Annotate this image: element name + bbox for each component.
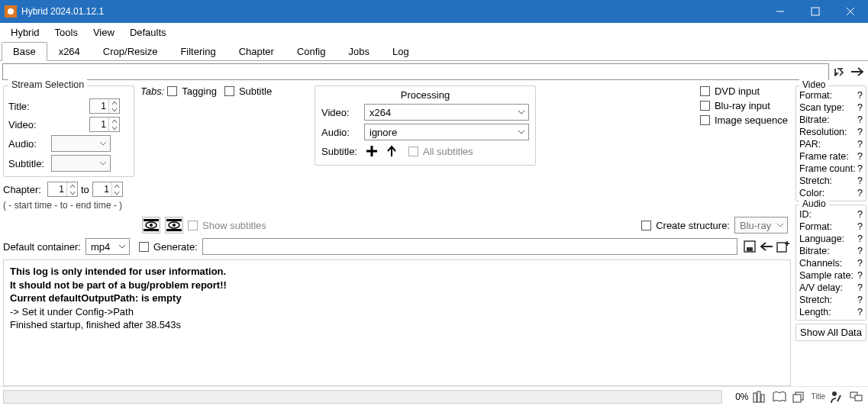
window-title: Hybrid 2024.01.12.1 <box>21 6 104 17</box>
status-screens-icon[interactable] <box>848 389 865 404</box>
generate-path-input[interactable] <box>202 238 737 255</box>
video-info-legend: Video <box>799 79 828 90</box>
info-row: Bitrate:? <box>799 114 863 126</box>
svg-rect-11 <box>166 229 182 231</box>
menu-tools[interactable]: Tools <box>47 25 86 40</box>
info-row: Format:? <box>799 89 863 102</box>
audio-info-group: Audio ID:? Format:? Language:? Bitrate:?… <box>795 205 866 321</box>
info-row: Stretch:? <box>799 175 863 187</box>
all-subtitles-checkbox[interactable]: All subtitles <box>408 146 473 157</box>
svg-rect-10 <box>166 219 182 221</box>
log-pane: This log is only intended for user infor… <box>3 259 791 386</box>
info-row: Language:? <box>799 233 863 245</box>
svg-point-22 <box>832 392 837 396</box>
proc-audio-label: Audio: <box>321 127 360 138</box>
status-title-icon[interactable]: Title <box>811 389 825 404</box>
info-row: Format:? <box>799 221 863 233</box>
dvd-input-checkbox[interactable]: DVD input <box>700 85 788 97</box>
log-line: This log is only intended for user infor… <box>10 265 784 279</box>
proc-video-select[interactable]: x264 <box>364 104 529 121</box>
title-spin[interactable]: 1 <box>89 98 120 114</box>
tagging-checkbox[interactable]: Tagging <box>167 85 217 97</box>
chapter-label: Chapter: <box>3 184 44 195</box>
default-container-select[interactable]: mp4 <box>86 238 130 255</box>
menu-hybrid[interactable]: Hybrid <box>3 25 47 40</box>
svg-rect-21 <box>793 395 801 402</box>
stream-selection-legend: Stream Selection <box>8 79 87 90</box>
show-subtitles-checkbox[interactable]: Show subtitles <box>188 220 266 231</box>
up-arrow-icon[interactable] <box>384 143 399 159</box>
tab-cropresize[interactable]: Crop/Resize <box>92 42 169 61</box>
image-sequence-checkbox[interactable]: Image sequence <box>700 114 788 126</box>
info-row: Sample rate:? <box>799 269 863 282</box>
menu-defaults[interactable]: Defaults <box>122 25 174 40</box>
subtitle-tab-checkbox[interactable]: Subtitle <box>224 85 272 97</box>
status-person-icon[interactable] <box>828 389 845 404</box>
bluray-input-checkbox[interactable]: Blu-ray input <box>700 100 788 111</box>
tab-x264[interactable]: x264 <box>47 42 92 61</box>
tab-chapter[interactable]: Chapter <box>227 42 286 61</box>
window-minimize-button[interactable] <box>763 0 798 23</box>
audio-info-legend: Audio <box>799 198 829 209</box>
info-row: Frame count:? <box>799 163 863 175</box>
video-spin[interactable]: 1 <box>89 117 120 132</box>
progress-percent: 0% <box>725 392 748 402</box>
processing-group: Processing Video: x264 Audio: ignore <box>315 85 536 166</box>
show-all-data-button[interactable]: Show All Data <box>795 324 866 341</box>
svg-rect-6 <box>144 219 159 221</box>
chapter-to-label: to <box>81 184 89 195</box>
stream-selection-group: Stream Selection Title: 1 Video: 1 <box>3 85 134 211</box>
add-subtitle-button[interactable] <box>364 143 379 159</box>
status-books-icon[interactable] <box>751 389 768 404</box>
svg-rect-18 <box>757 392 760 402</box>
tab-log[interactable]: Log <box>381 42 421 61</box>
arrow-left-icon[interactable] <box>759 238 774 255</box>
info-row: Stretch:? <box>799 294 863 306</box>
input-type-checks: DVD input Blu-ray input Image sequence <box>700 85 788 126</box>
log-line: -> Set it under Config->Path <box>10 305 784 319</box>
chapter-to-spin[interactable]: 1 <box>92 182 123 197</box>
log-line: Current defaultOutputPath: is empty <box>10 292 784 305</box>
create-structure-select[interactable]: Blu-ray <box>734 217 788 234</box>
info-row: Color:? <box>799 187 863 199</box>
save-icon[interactable] <box>742 238 757 255</box>
arrow-right-icon[interactable] <box>849 63 866 80</box>
info-row: A/V delay:? <box>799 282 863 294</box>
window-titlebar: Hybrid 2024.01.12.1 <box>0 0 868 23</box>
add-to-queue-icon[interactable] <box>776 238 791 255</box>
audio-label: Audio: <box>8 138 51 150</box>
log-line: Finished startup, finished after 38.543s <box>10 318 784 332</box>
tab-filtering[interactable]: Filtering <box>169 42 227 61</box>
status-stack-icon[interactable] <box>791 389 808 404</box>
subtabs-row: Tabs: Tagging Subtitle <box>140 85 272 97</box>
generate-checkbox[interactable]: Generate: <box>139 241 198 253</box>
window-maximize-button[interactable] <box>798 0 833 23</box>
tab-jobs[interactable]: Jobs <box>337 42 380 61</box>
main-tabbar: Base x264 Crop/Resize Filtering Chapter … <box>0 41 868 61</box>
info-side-panel: Video Format:? Scan type:? Bitrate:? Res… <box>794 82 868 386</box>
svg-rect-3 <box>812 8 819 15</box>
source-path-row <box>0 61 868 82</box>
info-row: Length:? <box>799 306 863 318</box>
menu-view[interactable]: View <box>86 25 122 40</box>
svg-rect-17 <box>753 393 757 402</box>
arrow-down-icon[interactable] <box>831 63 847 80</box>
film-eye-button-2[interactable] <box>165 217 183 234</box>
window-close-button[interactable] <box>833 0 868 23</box>
svg-point-9 <box>150 224 153 227</box>
tab-config[interactable]: Config <box>286 42 337 61</box>
proc-audio-select[interactable]: ignore <box>364 124 529 140</box>
svg-rect-24 <box>855 395 862 401</box>
source-path-input[interactable] <box>2 63 829 80</box>
info-row: Bitrate:? <box>799 245 863 257</box>
subtitle-label: Subtitle: <box>8 158 51 169</box>
chapter-from-spin[interactable]: 1 <box>47 182 78 197</box>
tab-base[interactable]: Base <box>2 42 47 61</box>
progress-bar <box>3 390 722 404</box>
subtitle-select[interactable] <box>51 155 111 172</box>
film-eye-button-1[interactable] <box>142 217 160 234</box>
default-container-label: Default container: <box>3 241 81 253</box>
audio-select[interactable] <box>51 135 111 152</box>
create-structure-checkbox[interactable]: Create structure: <box>641 220 730 231</box>
status-book-icon[interactable] <box>771 389 788 404</box>
